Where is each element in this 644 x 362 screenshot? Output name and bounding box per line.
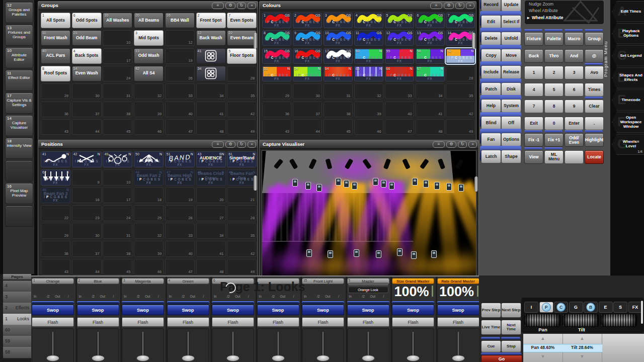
- position-cell-50[interactable]: 50NI P C G B E S FX: [134, 151, 164, 167]
- page-item-1[interactable]: 1 Looks: [3, 314, 31, 325]
- colour-cell[interactable]: 37: [293, 102, 322, 117]
- softkey-set-legend[interactable]: C Set Legend: [612, 45, 644, 66]
- disk-button[interactable]: Disk: [501, 82, 521, 96]
- 1-button[interactable]: 1: [524, 66, 543, 79]
- swop-button[interactable]: Swop: [32, 305, 74, 315]
- 9-button[interactable]: 9: [565, 100, 584, 113]
- group-cell[interactable]: 30: [72, 83, 102, 99]
- position-cell[interactable]: 35: [227, 223, 257, 239]
- colour-cell[interactable]: 45: [324, 119, 353, 135]
- swap-icon[interactable]: ↻: [237, 141, 247, 148]
- group-cell-41[interactable]: 41: [196, 48, 226, 64]
- position-cell[interactable]: 17: [103, 187, 132, 203]
- colour-cell-54[interactable]: 54NI P C G B E S FX: [293, 66, 322, 81]
- group-cell[interactable]: 40: [165, 102, 195, 117]
- flash-button[interactable]: Flash: [32, 317, 74, 327]
- colour-cell-64[interactable]: 64NI P C G B E S FX: [324, 66, 353, 81]
- position-cell[interactable]: 16: [72, 187, 102, 203]
- position-cell-49[interactable]: 49NI P C G B E S FX: [103, 151, 132, 167]
- menu-icon[interactable]: ≡: [212, 3, 224, 9]
- blind-button[interactable]: Blind: [481, 116, 501, 130]
- macro-button[interactable]: Macro: [565, 32, 584, 46]
- mini-scrollbar[interactable]: [641, 301, 643, 324]
- attribute-p-button[interactable]: P: [539, 302, 553, 313]
- 4-button[interactable]: 4: [524, 83, 543, 97]
- group-cell-bb4-wall[interactable]: 16BB4 Wall: [165, 13, 195, 28]
- group-cell[interactable]: 29: [41, 83, 70, 99]
- group-cell[interactable]: 35: [227, 83, 257, 99]
- position-cell[interactable]: 49: [227, 259, 257, 275]
- enter-button[interactable]: Enter: [565, 117, 584, 130]
- options-button[interactable]: Options: [501, 133, 521, 146]
- colour-cell-3[interactable]: 3GSI P C G B E S FX: [324, 13, 353, 28]
- ml-menu-button[interactable]: ML Menu: [544, 150, 564, 164]
- close-icon[interactable]: ×: [248, 3, 256, 9]
- group-cell-even-spots[interactable]: 7Even Spots: [227, 13, 257, 28]
- colour-cell-16[interactable]: 16GSI P C G B E S FX: [293, 48, 322, 64]
- flash-button[interactable]: Flash: [122, 317, 164, 327]
- page-item-59[interactable]: 59: [3, 336, 31, 347]
- colour-cell[interactable]: 48: [416, 119, 445, 135]
- positions-scrollbar[interactable]: [254, 175, 257, 191]
- live-time-button[interactable]: Live Time: [481, 320, 501, 335]
- fader-knob[interactable]: [182, 355, 195, 361]
- group-cell-all-s4[interactable]: 42All S4: [134, 66, 164, 81]
- attribute-i-button[interactable]: I: [524, 302, 538, 313]
- attribute-e-button[interactable]: E: [599, 302, 613, 313]
- colour-cell[interactable]: 36: [262, 102, 291, 117]
- group-cell-34[interactable]: 34: [196, 66, 226, 81]
- colour-cell-66[interactable]: 66NI P C G B E S FX: [385, 66, 414, 81]
- gear-icon[interactable]: ⚙: [225, 3, 235, 9]
- exit-button[interactable]: Exit: [524, 117, 543, 130]
- gear-icon[interactable]: ⚙: [446, 141, 456, 148]
- group-cell[interactable]: 37: [72, 102, 102, 117]
- group-cell-back-wash[interactable]: 12Back Wash: [196, 30, 226, 46]
- off-button[interactable]: Off: [501, 116, 521, 130]
- delete-button[interactable]: Delete: [481, 32, 501, 45]
- colour-cell-14[interactable]: 14GSI P C G B E S FX: [446, 30, 475, 46]
- colour-cell-6[interactable]: 6GSI P C G B E S FX: [416, 13, 445, 28]
- release-button[interactable]: Release: [501, 65, 521, 79]
- position-cell[interactable]: 22: [41, 205, 70, 221]
- fixture-button[interactable]: Fixture: [524, 32, 543, 46]
- close-icon[interactable]: ×: [248, 141, 256, 148]
- position-cell[interactable]: 36: [41, 241, 70, 257]
- shape-button[interactable]: Shape: [501, 150, 521, 163]
- view-button[interactable]: View: [524, 150, 543, 164]
- colour-cell[interactable]: 49: [446, 119, 475, 135]
- group-cell-floor-spots[interactable]: 5Floor Spots: [227, 48, 257, 64]
- fader-knob[interactable]: [316, 355, 330, 361]
- control-wheel[interactable]: [524, 314, 560, 327]
- flash-button[interactable]: Flash: [212, 317, 254, 327]
- flash-button[interactable]: Flash: [437, 317, 479, 327]
- attribute-g-button[interactable]: G: [569, 302, 583, 313]
- blank-button[interactable]: [565, 150, 584, 164]
- position-cell[interactable]: 38: [103, 241, 132, 257]
- sidebar-item-capture-visualiser[interactable]: 14 Capture Visualiser: [5, 115, 33, 136]
- fader-knob[interactable]: [136, 355, 149, 361]
- group-cell[interactable]: 49: [227, 119, 257, 135]
- colour-cell-5[interactable]: 5GSI P C G B E S FX: [385, 13, 414, 28]
- softkey-timecode[interactable]: E Timecode: [612, 89, 644, 111]
- control-wheel[interactable]: [601, 314, 637, 327]
- colour-cell-1[interactable]: 1GSI P C G B E S FX: [262, 13, 291, 28]
- sidebar-item-intensity-view[interactable]: 18 Intensity View: [5, 138, 33, 159]
- group-cell-front-spot[interactable]: 2Front Spot: [196, 13, 226, 28]
- group-cell[interactable]: 47: [165, 119, 195, 135]
- group-cell[interactable]: 45: [103, 119, 132, 135]
- colour-cell-8[interactable]: 8GSI P C G B E S FX: [262, 30, 291, 46]
- group-cell[interactable]: 44: [72, 119, 102, 135]
- position-cell[interactable]: 42: [227, 241, 257, 257]
- position-cell[interactable]: 26: [165, 205, 195, 221]
- colour-cell[interactable]: 29: [262, 83, 291, 99]
- sidebar-item-fixtures-and-groups[interactable]: 13 Fixtures and Groups: [5, 25, 33, 46]
- position-cell[interactable]: 18: [134, 187, 164, 203]
- colour-cell[interactable]: 28: [446, 66, 475, 81]
- control-wheel[interactable]: [562, 314, 599, 327]
- unfold-button[interactable]: Unfold: [501, 32, 521, 45]
- 5-button[interactable]: 5: [544, 83, 564, 97]
- gear-icon[interactable]: ⚙: [444, 3, 453, 9]
- colour-cell-4[interactable]: 4GSI P C G B E S FX: [354, 13, 383, 28]
- wheel-up-arrow-icon[interactable]: ▲: [523, 336, 562, 341]
- flash-button[interactable]: Flash: [302, 317, 344, 327]
